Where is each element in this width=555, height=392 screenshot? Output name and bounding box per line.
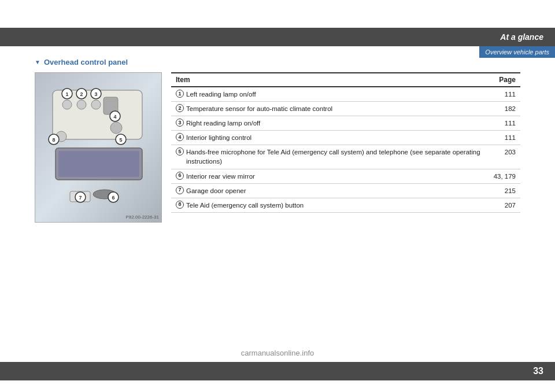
- table-cell-page: 203: [489, 145, 520, 169]
- section-heading: Overhead control panel: [35, 58, 520, 66]
- svg-text:2: 2: [80, 91, 83, 97]
- table-row: 6Interior rear view mirror43, 179: [171, 169, 520, 183]
- table-cell-page: 111: [489, 116, 520, 131]
- col-header-page: Page: [489, 73, 520, 87]
- svg-point-4: [91, 100, 101, 109]
- item-number: 6: [176, 172, 184, 180]
- table-cell-item: 2Temperature sensor for auto-matic clima…: [171, 102, 489, 116]
- table-cell-item: 1Left reading lamp on/off: [171, 87, 489, 102]
- table-row: 2Temperature sensor for auto-matic clima…: [171, 102, 520, 116]
- item-description: Interior rear view mirror: [186, 172, 255, 181]
- table-row: 3Right reading lamp on/off111: [171, 116, 520, 131]
- item-description: Interior lighting control: [186, 133, 251, 142]
- watermark: carmanualsonline.info: [241, 349, 314, 357]
- panel-svg: 1 2 3 4 5 6: [35, 73, 162, 223]
- svg-text:5: 5: [119, 137, 122, 143]
- svg-text:3: 3: [94, 91, 97, 97]
- svg-point-8: [110, 122, 122, 134]
- svg-rect-7: [58, 151, 139, 177]
- bottom-footer: 33: [0, 362, 555, 380]
- item-number: 1: [176, 90, 184, 98]
- svg-point-2: [62, 100, 72, 109]
- table-cell-item: 4Interior lighting control: [171, 131, 489, 145]
- table-cell-item: 6Interior rear view mirror: [171, 169, 489, 183]
- section-heading-text: Overhead control panel: [44, 58, 128, 66]
- svg-text:4: 4: [113, 114, 116, 120]
- header-title: At a glance: [500, 32, 543, 42]
- table-row: 8Tele Aid (emergency call system) button…: [171, 198, 520, 212]
- section-tab: Overview vehicle parts: [479, 46, 555, 58]
- item-number: 2: [176, 104, 184, 112]
- svg-text:7: 7: [79, 195, 82, 201]
- table-row: 7Garage door opener215: [171, 183, 520, 198]
- svg-text:8: 8: [52, 137, 55, 143]
- info-table: Item Page 1Left reading lamp on/off1112T…: [171, 72, 520, 213]
- overhead-panel-image: 1 2 3 4 5 6: [35, 72, 162, 223]
- item-description: Tele Aid (emergency call system) button: [186, 201, 304, 210]
- top-header: At a glance: [0, 28, 555, 46]
- item-number: 7: [176, 186, 184, 194]
- table-cell-page: 111: [489, 131, 520, 145]
- image-placeholder: 1 2 3 4 5 6: [35, 73, 161, 222]
- image-caption: P82.00-2226-31: [126, 215, 159, 220]
- page-number: 33: [533, 366, 543, 376]
- table-row: 5Hands-free microphone for Tele Aid (eme…: [171, 145, 520, 169]
- table-cell-page: 182: [489, 102, 520, 116]
- col-header-item: Item: [171, 73, 489, 87]
- item-number: 4: [176, 133, 184, 141]
- item-number: 3: [176, 119, 184, 127]
- item-description: Left reading lamp on/off: [186, 90, 256, 99]
- table-cell-item: 5Hands-free microphone for Tele Aid (eme…: [171, 145, 489, 169]
- table-cell-page: 207: [489, 198, 520, 212]
- table-cell-page: 43, 179: [489, 169, 520, 183]
- item-description: Temperature sensor for auto-matic climat…: [186, 104, 332, 113]
- item-description: Hands-free microphone for Tele Aid (emer…: [186, 147, 484, 166]
- item-description: Garage door opener: [186, 186, 246, 195]
- table-cell-item: 3Right reading lamp on/off: [171, 116, 489, 131]
- item-number: 5: [176, 147, 184, 156]
- svg-point-3: [77, 100, 86, 109]
- table-cell-page: 215: [489, 183, 520, 198]
- item-description: Right reading lamp on/off: [186, 119, 260, 128]
- item-number: 8: [176, 201, 184, 209]
- main-content: Overhead control panel: [35, 58, 520, 223]
- table-cell-page: 111: [489, 87, 520, 102]
- svg-text:1: 1: [65, 91, 68, 97]
- table-row: 4Interior lighting control111: [171, 131, 520, 145]
- table-cell-item: 7Garage door opener: [171, 183, 489, 198]
- svg-text:6: 6: [112, 195, 114, 201]
- content-row: 1 2 3 4 5 6: [35, 72, 520, 223]
- table-row: 1Left reading lamp on/off111: [171, 87, 520, 102]
- table-cell-item: 8Tele Aid (emergency call system) button: [171, 198, 489, 212]
